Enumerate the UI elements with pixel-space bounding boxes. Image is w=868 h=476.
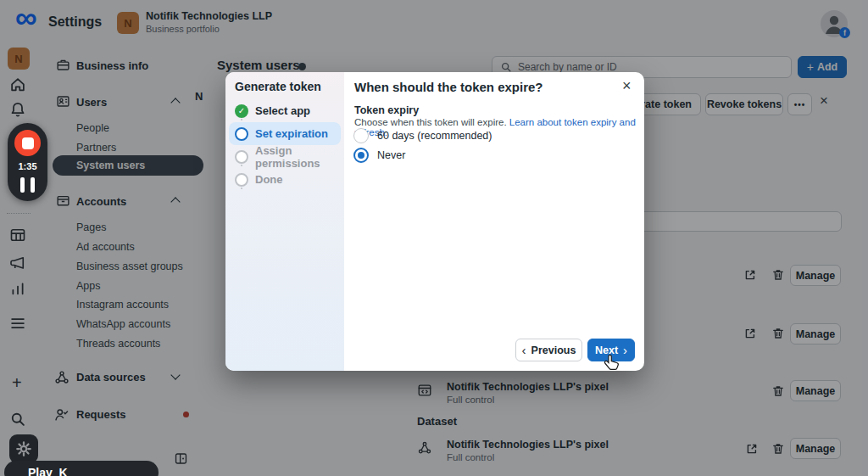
step-set-expiration-active[interactable]: Set expiration [229,122,341,145]
chevron-right-icon: › [623,343,627,357]
step-assign-permissions: Assign permissions [229,145,341,168]
chevron-left-icon: ‹ [522,343,526,357]
pause-recording-button[interactable] [20,177,35,193]
step-active-circle [235,127,248,141]
modal-steps-panel: Generate token ✓ Select app Set expirati… [225,72,344,371]
step-todo-circle [235,173,248,187]
modal-close-icon[interactable]: × [622,77,632,95]
modal-heading: When should the token expire? [354,80,543,94]
radio-unchecked-icon [353,128,369,143]
step-select-app[interactable]: ✓ Select app [229,99,341,122]
meta-business-settings-screen: ∞ Settings N Notifik Technologies LLP Bu… [0,0,868,476]
radio-checked-icon [353,148,369,163]
step-done: Done [229,168,341,191]
stop-icon [22,137,34,149]
video-title-overlay: Play_K [4,461,159,476]
radio-option-never[interactable]: Never [353,148,405,163]
pause-icon [20,177,25,193]
screen-recorder-widget: 1:35 [8,123,47,201]
pause-icon [31,177,35,193]
step-todo-circle [235,150,248,164]
radio-option-60-days[interactable]: 60 days (recommended) [353,128,492,143]
recording-timer: 1:35 [8,161,47,171]
token-expiry-label: Token expiry [354,104,419,116]
generate-token-modal: Generate token ✓ Select app Set expirati… [225,72,644,371]
stop-recording-button[interactable] [14,130,41,156]
mouse-cursor-icon [603,354,620,372]
modal-title: Generate token [235,80,321,93]
step-done-check-icon: ✓ [235,104,248,118]
previous-button[interactable]: ‹ Previous [515,339,582,361]
